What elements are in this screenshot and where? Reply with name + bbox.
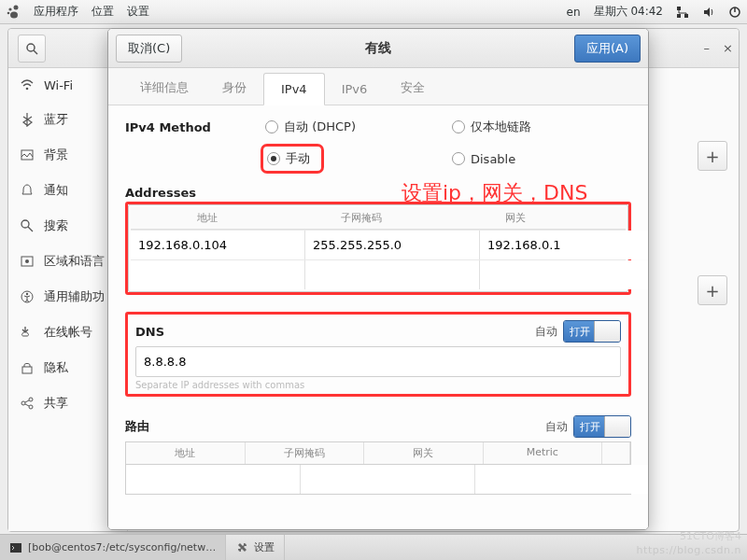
svg-point-13 (21, 220, 29, 228)
share-icon (20, 396, 35, 411)
gnome-logo-icon (6, 5, 21, 20)
dns-title: DNS (135, 325, 164, 339)
radio-local[interactable]: 仅本地链路 (452, 119, 620, 135)
col-metric: Metric (484, 442, 603, 464)
system-topbar: 应用程序 位置 设置 en 星期六 04:42 (0, 0, 747, 24)
wifi-icon (20, 77, 35, 92)
dns-auto-switch[interactable]: 打开 (563, 320, 621, 343)
svg-point-3 (10, 11, 18, 18)
address-input[interactable] (131, 231, 305, 259)
task-label: 设置 (254, 540, 275, 554)
svg-point-11 (26, 88, 29, 91)
svg-point-0 (14, 5, 19, 9)
switch-on-label: 打开 (574, 416, 606, 437)
task-label: [bob@centos7:/etc/sysconfig/netw… (28, 541, 216, 553)
route-row: ✕ (125, 464, 631, 495)
sidebar-item-label: 背景 (44, 147, 68, 163)
ipv4-method-label: IPv4 Method (125, 119, 265, 134)
addresses-title: Addresses (125, 186, 631, 200)
tab-security[interactable]: 安全 (384, 71, 442, 105)
close-button[interactable]: × (723, 41, 733, 55)
route-gateway-input[interactable] (475, 465, 648, 494)
sidebar-item-label: 隐私 (44, 359, 68, 376)
cancel-button[interactable]: 取消(C) (116, 35, 182, 63)
sidebar-item-label: Wi-Fi (44, 78, 73, 92)
switch-knob (604, 416, 630, 437)
bell-icon (20, 183, 35, 198)
radio-label: 仅本地链路 (471, 119, 531, 135)
task-settings[interactable]: 设置 (226, 535, 285, 560)
sidebar-item-label: 区域和语言 (44, 253, 105, 270)
svg-point-20 (21, 401, 25, 405)
dns-highlight: DNS 自动 打开 Separate IP addresses with com… (125, 312, 631, 397)
add-connection-button-2[interactable]: + (698, 275, 727, 305)
dialog-header: 取消(C) 有线 应用(A) (108, 29, 648, 68)
minimize-button[interactable]: – (704, 41, 711, 55)
dns-hint: Separate IP addresses with commas (135, 380, 621, 390)
add-connection-button-1[interactable]: + (698, 141, 727, 171)
region-icon (20, 254, 35, 269)
addresses-table: 地址 子网掩码 网关 ✕ ✕ (128, 204, 628, 292)
svg-point-9 (27, 44, 35, 51)
apply-label: 应用(A) (586, 40, 628, 57)
svg-rect-6 (677, 14, 681, 18)
watermark2: 51CTO博客4 (680, 529, 741, 543)
menu-settings[interactable]: 设置 (127, 4, 149, 20)
taskbar: [bob@centos7:/etc/sysconfig/netw… 设置 htt… (0, 534, 747, 560)
dns-input[interactable] (135, 346, 621, 377)
input-lang[interactable]: en (567, 6, 581, 19)
svg-point-18 (26, 293, 28, 295)
route-address-input[interactable] (126, 465, 301, 494)
radio-icon (267, 152, 280, 165)
apply-button[interactable]: 应用(A) (574, 35, 641, 63)
routes-auto-switch[interactable]: 打开 (573, 415, 631, 438)
menu-apps[interactable]: 应用程序 (34, 4, 78, 20)
tab-identity[interactable]: 身份 (205, 71, 263, 105)
wrench-icon (235, 541, 248, 554)
svg-rect-23 (10, 543, 21, 553)
clock-label[interactable]: 星期六 04:42 (594, 4, 663, 20)
search-button[interactable] (18, 35, 46, 63)
dialog-tabs: 详细信息 身份 IPv4 IPv6 安全 (108, 68, 648, 105)
dns-auto-label: 自动 (535, 324, 557, 340)
routes-title: 路由 (125, 418, 149, 435)
network-icon[interactable] (676, 6, 689, 19)
sidebar-item-label: 在线帐号 (44, 324, 92, 341)
sidebar-item-label: 通用辅助功 (44, 288, 105, 305)
route-netmask-input[interactable] (301, 465, 475, 494)
netmask-input[interactable] (305, 260, 480, 289)
address-row: ✕ (131, 230, 626, 259)
background-icon (20, 147, 35, 162)
col-gateway: 网关 (438, 207, 592, 230)
radio-manual[interactable]: 手动 (265, 148, 319, 169)
gateway-input[interactable] (480, 260, 648, 289)
task-terminal[interactable]: [bob@centos7:/etc/sysconfig/netw… (0, 535, 226, 560)
switch-on-label: 打开 (564, 321, 596, 342)
menu-places[interactable]: 位置 (92, 4, 114, 20)
tab-ipv4[interactable]: IPv4 (263, 73, 325, 105)
cancel-label: 取消(C) (128, 40, 170, 57)
gateway-input[interactable] (480, 231, 648, 259)
tab-details[interactable]: 详细信息 (123, 71, 205, 105)
radio-label: 自动 (DHCP) (284, 119, 356, 135)
radio-icon (452, 152, 465, 165)
radio-label: 手动 (286, 150, 310, 167)
addresses-highlight: 地址 子网掩码 网关 ✕ ✕ (125, 202, 631, 295)
svg-point-22 (29, 405, 33, 409)
tab-ipv6[interactable]: IPv6 (325, 74, 385, 105)
privacy-icon (20, 360, 35, 375)
address-input[interactable] (131, 260, 305, 289)
sidebar-item-label: 共享 (44, 395, 68, 412)
sidebar-item-label: 蓝牙 (44, 111, 68, 128)
netmask-input[interactable] (305, 231, 480, 259)
power-icon[interactable] (728, 6, 741, 19)
svg-rect-19 (22, 367, 32, 373)
svg-point-16 (25, 259, 29, 263)
radio-auto[interactable]: 自动 (DHCP) (265, 119, 452, 135)
sidebar-item-label: 通知 (44, 182, 68, 199)
svg-point-21 (29, 398, 33, 401)
radio-disable[interactable]: Disable (452, 148, 620, 169)
volume-icon[interactable] (702, 6, 715, 19)
sidebar-item-label: 搜索 (44, 217, 68, 234)
svg-line-10 (34, 50, 37, 54)
